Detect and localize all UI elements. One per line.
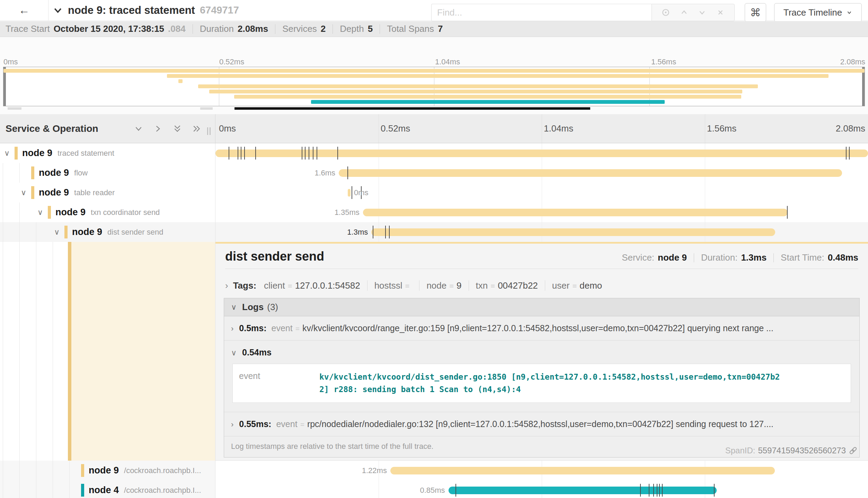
span-row[interactable]: ∨node 9table reader0ms <box>0 183 868 202</box>
next-match-icon[interactable] <box>698 8 707 17</box>
expand-all-icon[interactable] <box>192 124 201 133</box>
page-title: node 9: traced statement <box>68 4 195 17</box>
column-resize-grip[interactable] <box>207 127 211 135</box>
minimap-right-handle[interactable] <box>862 67 865 106</box>
log-marker-tick <box>313 147 313 160</box>
service-color-strip <box>31 186 34 199</box>
span-timeline-cell[interactable] <box>215 143 868 163</box>
tag-value: demo <box>579 280 602 291</box>
trace-view-selector[interactable]: Trace Timeline <box>774 3 862 22</box>
span-duration-bar[interactable] <box>339 169 842 177</box>
minimap-scroll-indicator[interactable] <box>234 107 590 110</box>
log-entry[interactable]: ›0.5ms:event=kv/kvclient/kvcoord/range_i… <box>224 316 859 340</box>
divider <box>469 280 469 291</box>
collapse-trace-chevron-icon[interactable] <box>53 5 63 16</box>
span-duration-bar[interactable] <box>371 228 775 236</box>
log-marker-tick <box>317 147 317 160</box>
span-row[interactable]: node 4/cockroach.roachpb.I...0.85ms <box>0 480 868 498</box>
back-arrow-icon: ← <box>19 4 30 17</box>
expand-chevron-icon[interactable]: ∨ <box>54 228 60 237</box>
timeline-axis-header: 0ms 0.52ms 1.04ms 1.56ms 2.08ms <box>215 114 868 143</box>
service-name: node 9 <box>72 227 102 237</box>
timeline-gridline <box>705 183 705 202</box>
expand-chevron-icon[interactable]: ∨ <box>21 188 26 197</box>
tree-guide <box>36 222 36 242</box>
span-timeline-cell[interactable]: 1.6ms <box>215 163 868 183</box>
minimap-span-bar <box>209 90 742 93</box>
tag-item[interactable]: hostssl= <box>374 280 413 291</box>
tag-item[interactable]: client=127.0.0.1:54582 <box>264 280 360 291</box>
span-duration-bar[interactable] <box>390 467 775 474</box>
focus-match-icon[interactable] <box>661 8 670 17</box>
operation-name: traced statement <box>57 149 114 158</box>
span-row[interactable]: node 9/cockroach.roachpb.I...1.22ms <box>0 461 868 480</box>
tag-value: 9 <box>457 280 461 291</box>
tree-guide <box>3 242 3 461</box>
tree-guide <box>19 480 20 498</box>
span-row[interactable]: node 9flow1.6ms <box>0 163 868 183</box>
span-id-label: SpanID: <box>725 446 755 455</box>
tree-guide <box>36 242 36 461</box>
span-duration-bar[interactable] <box>348 189 351 197</box>
span-timeline-cell[interactable]: 0ms <box>215 183 868 202</box>
span-row[interactable]: ∨node 9traced statement <box>0 143 868 163</box>
span-name-cell[interactable]: ∨node 9table reader <box>0 183 215 202</box>
span-row[interactable]: ∨node 9dist sender send1.3ms <box>0 222 868 242</box>
span-row[interactable]: ∨node 9txn coordinator send1.35ms <box>0 202 868 222</box>
minimap-tick-label: 0.52ms <box>219 57 244 66</box>
span-duration-bar[interactable] <box>449 487 717 494</box>
trace-stat: Trace StartOctober 15 2020, 17:38:15.084 <box>6 24 186 34</box>
tags-list: client=127.0.0.1:54582hostssl=node=9txn=… <box>264 280 602 291</box>
stat-label: Trace Start <box>6 24 50 34</box>
tree-guide <box>19 461 20 480</box>
tag-item[interactable]: txn=00427b22 <box>476 280 538 291</box>
span-name-cell[interactable]: ∨node 9txn coordinator send <box>0 202 215 222</box>
span-id-value: 5597415943526560273 <box>758 446 846 455</box>
tags-row[interactable]: › Tags: client=127.0.0.1:54582hostssl=no… <box>225 277 858 294</box>
span-name-cell[interactable]: node 9/cockroach.roachpb.I... <box>0 461 215 480</box>
logs-header[interactable]: ∨ Logs (3) <box>224 298 859 316</box>
span-timeline-cell[interactable]: 1.3ms <box>215 222 868 242</box>
tree-guide <box>69 480 70 498</box>
tag-item[interactable]: user=demo <box>552 280 602 291</box>
tag-equals: = <box>405 282 410 291</box>
span-timeline-cell[interactable]: 0.85ms <box>215 480 868 498</box>
previous-match-icon[interactable] <box>680 8 689 17</box>
logs-title: Logs <box>242 302 264 313</box>
tree-guide <box>53 242 53 461</box>
service-name: node 4 <box>89 485 119 496</box>
find-input[interactable] <box>431 4 652 21</box>
log-field-equals: = <box>300 420 304 429</box>
span-name-cell[interactable]: node 9flow <box>0 163 215 183</box>
expand-chevron-icon[interactable]: ∨ <box>4 149 10 158</box>
tree-guide <box>69 461 70 480</box>
expand-chevron-icon[interactable]: ∨ <box>37 208 43 217</box>
expand-one-level-icon[interactable] <box>153 124 162 133</box>
collapse-all-icon[interactable] <box>173 124 182 133</box>
keyboard-shortcuts-button[interactable]: ⌘ <box>745 3 766 22</box>
minimap-canvas[interactable] <box>3 67 865 106</box>
collapse-one-level-icon[interactable] <box>134 124 143 133</box>
timeline-gridline <box>542 183 542 202</box>
minimap-handle-mark <box>8 107 21 110</box>
tag-value: 00427b22 <box>498 280 538 291</box>
span-timeline-cell[interactable]: 1.22ms <box>215 461 868 480</box>
clear-search-icon[interactable] <box>716 8 725 17</box>
minimap-left-handle[interactable] <box>3 67 6 106</box>
log-entry[interactable]: ›0.55ms:event=rpc/nodedialer/nodedialer.… <box>224 412 859 436</box>
tag-item[interactable]: node=9 <box>426 280 461 291</box>
service-color-strip <box>31 166 34 179</box>
stat-value: 5 <box>368 24 373 34</box>
link-icon[interactable] <box>849 446 858 455</box>
span-name-cell[interactable]: ∨node 9dist sender send <box>0 222 215 242</box>
axis-tick-label: 0.52ms <box>381 123 410 134</box>
span-name-cell[interactable]: ∨node 9traced statement <box>0 143 215 163</box>
log-entry[interactable]: ∨0.54mseventkv/kvclient/kvcoord/dist_sen… <box>224 340 859 412</box>
span-duration-bar[interactable] <box>363 209 788 216</box>
minimap-span-bar <box>167 74 828 78</box>
tag-equals: = <box>449 282 454 291</box>
back-button[interactable]: ← <box>0 0 48 20</box>
span-name-cell[interactable]: node 4/cockroach.roachpb.I... <box>0 480 215 498</box>
log-marker-tick <box>305 147 305 160</box>
span-timeline-cell[interactable]: 1.35ms <box>215 202 868 222</box>
